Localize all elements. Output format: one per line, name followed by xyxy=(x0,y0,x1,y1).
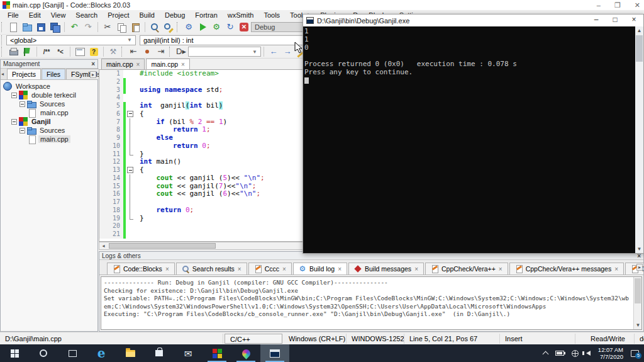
undo-button[interactable]: ↶ xyxy=(67,21,81,33)
tree-item[interactable]: Sources xyxy=(1,126,97,135)
battery-icon[interactable] xyxy=(555,351,564,356)
maps-taskbar-button[interactable] xyxy=(231,344,260,362)
console-close-icon[interactable]: × xyxy=(625,14,643,26)
scroll-up-icon[interactable]: ▲ xyxy=(635,26,643,35)
menu-item-debug[interactable]: Debug xyxy=(160,11,190,19)
codeblocks-taskbar-button[interactable] xyxy=(203,344,231,362)
save-button[interactable] xyxy=(34,21,48,33)
tree-item[interactable]: main.cpp xyxy=(1,108,97,117)
editor-tab[interactable]: main.cpp× xyxy=(146,59,189,69)
scroll-thumb[interactable] xyxy=(109,243,216,249)
mail-button[interactable]: ✉ xyxy=(174,344,203,362)
run-button[interactable] xyxy=(196,21,209,33)
doxy-line-comment-button[interactable]: *< xyxy=(53,45,67,58)
console-vscrollbar[interactable]: ▲ ▼ xyxy=(635,26,643,253)
console-output[interactable]: 110Process returned 0 (0x0) execution ti… xyxy=(303,26,643,253)
menu-item-project[interactable]: Project xyxy=(103,11,134,19)
paste-button[interactable] xyxy=(128,21,142,33)
tree-item[interactable]: Workspace xyxy=(1,82,97,91)
close-tab-icon[interactable]: × xyxy=(181,61,185,68)
editor-tab[interactable]: main.cpp× xyxy=(101,59,145,69)
tab-scroll-left-icon[interactable]: ◂ xyxy=(1,71,4,77)
build-and-run-button[interactable]: ⚙ xyxy=(209,21,223,33)
expander-icon[interactable] xyxy=(19,101,25,107)
find-button[interactable] xyxy=(148,21,162,33)
scroll-thumb[interactable] xyxy=(635,278,641,303)
doxy-block-comment-button[interactable]: /** xyxy=(40,45,53,58)
edge-button[interactable]: e xyxy=(87,344,116,362)
tree-item[interactable]: main.cpp xyxy=(1,135,97,144)
close-icon[interactable]: ✕ xyxy=(635,1,640,9)
close-tab-icon[interactable]: × xyxy=(136,61,140,68)
scroll-thumb[interactable] xyxy=(636,35,643,62)
goto-next-change-button[interactable]: ⇥ xyxy=(154,45,168,58)
cortana-button[interactable] xyxy=(29,344,58,362)
incremental-search-input[interactable]: ▼ xyxy=(188,47,261,57)
expander-icon[interactable] xyxy=(11,119,17,125)
replace-button[interactable] xyxy=(162,21,175,33)
tree-item[interactable]: double terkecil xyxy=(1,91,97,99)
cut-button[interactable]: ✂ xyxy=(101,21,114,33)
logs-tab-cccc[interactable]: Cccc× xyxy=(248,263,292,274)
menu-item-view[interactable]: View xyxy=(46,11,71,19)
incsearch-menu-button[interactable]: D▸ xyxy=(174,45,188,58)
minimize-icon[interactable]: – xyxy=(597,1,601,9)
fold-marker[interactable] xyxy=(126,166,135,174)
logs-tab-buildlog[interactable]: ⚙Build log× xyxy=(293,263,347,274)
menu-item-tools[interactable]: Tools xyxy=(258,11,285,19)
console-window[interactable]: D:\Ganjil\bin\Debug\Ganjil.exe – □ × 110… xyxy=(303,14,644,254)
toolbar-grip[interactable] xyxy=(1,35,4,45)
rebuild-button[interactable]: ↻ xyxy=(223,21,237,33)
settings-wrench-button[interactable]: ⚒ xyxy=(106,45,120,58)
volume-icon[interactable] xyxy=(586,351,591,356)
close-tab-icon[interactable]: × xyxy=(338,266,341,273)
goto-prev-change-button[interactable]: ⇤ xyxy=(126,45,140,58)
search-prev-button[interactable]: ← xyxy=(267,45,280,58)
abort-button[interactable]: ✕ xyxy=(237,21,251,33)
menu-item-fortran[interactable]: Fortran xyxy=(190,11,222,19)
logs-tab-cppcheckveramessages[interactable]: CppCheck/Vera++ messages× xyxy=(509,263,624,274)
build-log-output[interactable]: -------------- Run: Debug in Ganjil (com… xyxy=(101,276,642,330)
scroll-left-icon[interactable]: ◂ xyxy=(99,242,108,249)
toolbar-grip[interactable] xyxy=(177,22,180,32)
close-tab-icon[interactable]: × xyxy=(165,266,169,273)
close-tab-icon[interactable]: × xyxy=(238,266,242,273)
logs-tab-scroll-right-icon[interactable]: ▸ xyxy=(636,264,643,271)
menu-item-file[interactable]: File xyxy=(3,11,24,19)
console-maximize-icon[interactable]: □ xyxy=(606,14,625,26)
tab-projects[interactable]: Projects xyxy=(7,69,41,79)
expander-icon[interactable] xyxy=(19,128,25,133)
toolbar-grip[interactable] xyxy=(1,22,4,32)
close-tab-icon[interactable]: × xyxy=(282,266,286,273)
logs-tab-searchresults[interactable]: Search results× xyxy=(176,263,247,274)
fold-marker[interactable] xyxy=(126,110,135,118)
expander-icon[interactable] xyxy=(11,93,17,98)
new-file-button[interactable] xyxy=(6,21,20,33)
doxy-help-button[interactable]: ? xyxy=(87,45,101,58)
logs-tab-buildmessages[interactable]: Build messages× xyxy=(348,263,424,274)
network-icon[interactable] xyxy=(572,350,579,357)
task-view-button[interactable] xyxy=(58,344,87,362)
menu-item-search[interactable]: Search xyxy=(70,11,103,19)
doxy-extract-button[interactable] xyxy=(6,45,20,58)
console-titlebar[interactable]: D:\Ganjil\bin\Debug\Ganjil.exe – □ × xyxy=(303,14,643,26)
close-tab-icon[interactable]: × xyxy=(414,266,418,273)
tree-item[interactable]: Ganjil xyxy=(1,117,97,126)
tree-item[interactable]: Sources xyxy=(1,99,97,108)
toolbar-grip[interactable] xyxy=(1,47,4,57)
search-next-button[interactable]: → xyxy=(280,45,294,58)
build-button[interactable]: ⚙ xyxy=(182,21,196,33)
console-minimize-icon[interactable]: – xyxy=(587,14,606,26)
console-taskbar-button[interactable] xyxy=(260,344,289,362)
microsoft-store-button[interactable] xyxy=(145,344,174,362)
toggle-bookmark-button[interactable] xyxy=(140,45,154,58)
close-panel-icon[interactable]: × xyxy=(91,60,95,67)
toolbar-grip[interactable] xyxy=(121,47,125,57)
scope-combo[interactable]: <global> ▼ xyxy=(6,35,136,45)
toolbar-grip[interactable] xyxy=(169,47,172,57)
scroll-down-icon[interactable]: ▼ xyxy=(634,322,642,329)
action-center-icon[interactable]: 5 xyxy=(631,350,639,357)
file-explorer-button[interactable] xyxy=(116,344,145,362)
scroll-down-icon[interactable]: ▼ xyxy=(635,245,643,253)
start-button[interactable] xyxy=(0,344,29,362)
